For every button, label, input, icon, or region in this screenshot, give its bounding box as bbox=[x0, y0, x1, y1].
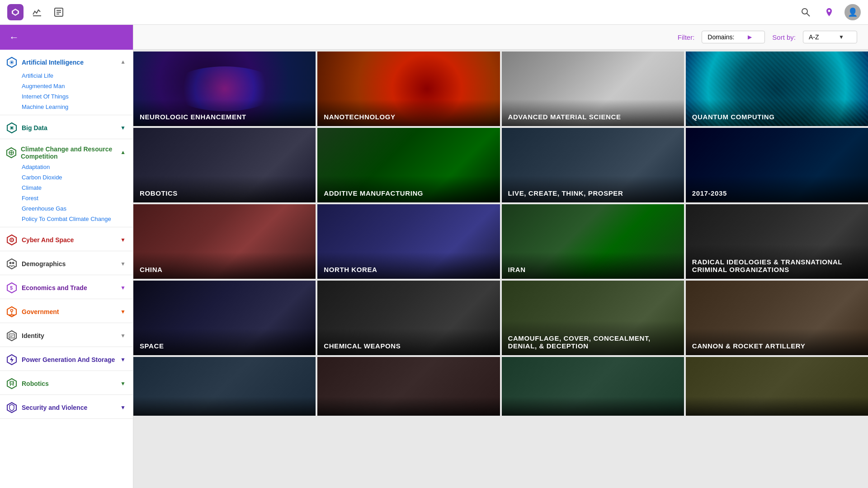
sub-item-co2[interactable]: Carbon Dioxide bbox=[22, 172, 133, 183]
nav-category-header-bigdata[interactable]: Big Data ▼ bbox=[0, 120, 133, 136]
tile-cannon-rocket[interactable]: CANNON & ROCKET ARTILLERY bbox=[686, 281, 868, 355]
topbar-left bbox=[7, 4, 67, 20]
grid-row-1: NEUROLOGIC ENHANCEMENT NANOTECHNOLOGY AD… bbox=[133, 52, 868, 126]
sub-item-adaptation[interactable]: Adaptation bbox=[22, 162, 133, 172]
ai-category-label: Artificial Intelligence bbox=[22, 59, 84, 66]
cyber-chevron: ▼ bbox=[120, 237, 126, 243]
nav-category-ai: Artificial Intelligence ▼ Artificial Lif… bbox=[0, 50, 133, 115]
tile-additive-manufacturing[interactable]: ADDITIVE MANUFACTURING bbox=[317, 128, 500, 202]
robotics-nav-label: Robotics bbox=[22, 380, 49, 387]
identity-label: Identity bbox=[22, 332, 44, 339]
sub-item-augmented-man[interactable]: Augmented Man bbox=[22, 81, 133, 91]
tile-robotics-label: ROBOTICS bbox=[133, 176, 316, 202]
svg-point-24 bbox=[9, 262, 12, 264]
tile-space-label: SPACE bbox=[133, 328, 316, 355]
sort-dropdown[interactable]: A-Z ▼ bbox=[803, 31, 857, 43]
filter-bar: Filter: Domains: ▶ Sort by: A-Z ▼ bbox=[133, 25, 868, 50]
tile-nanotechnology[interactable]: NANOTECHNOLOGY bbox=[317, 52, 500, 126]
nav-category-identity: Identity ▼ bbox=[0, 323, 133, 347]
search-icon[interactable] bbox=[797, 4, 814, 20]
user-avatar[interactable]: 👤 bbox=[844, 4, 861, 20]
nav-category-header-cyber[interactable]: Cyber And Space ▼ bbox=[0, 232, 133, 248]
news-icon[interactable] bbox=[51, 4, 67, 20]
nav-category-header-power[interactable]: Power Generation And Storage ▼ bbox=[0, 352, 133, 368]
government-icon bbox=[5, 305, 18, 318]
tile-north-korea[interactable]: NORTH KOREA bbox=[317, 204, 500, 279]
topbar: 👤 bbox=[0, 0, 868, 25]
tile-advanced-label: ADVANCED MATERIAL SCIENCE bbox=[502, 99, 684, 126]
tile-advanced-material[interactable]: ADVANCED MATERIAL SCIENCE bbox=[502, 52, 684, 126]
security-icon bbox=[5, 401, 18, 414]
tile-row5d[interactable] bbox=[686, 357, 868, 416]
tile-camouflage[interactable]: CAMOUFLAGE, COVER, CONCEALMENT, DENIAL, … bbox=[502, 281, 684, 355]
location-icon[interactable] bbox=[821, 4, 837, 20]
robotics-icon bbox=[5, 377, 18, 390]
sidebar: ← Artificial Intelligence ▼ bbox=[0, 25, 133, 488]
power-label: Power Generation And Storage bbox=[22, 356, 115, 363]
economics-label: Economics and Trade bbox=[22, 284, 87, 291]
grid-row-4: SPACE CHEMICAL WEAPONS CAMOUFLAGE, COVER… bbox=[133, 281, 868, 355]
demographics-chevron: ▼ bbox=[120, 261, 126, 267]
climate-sub-items: Adaptation Carbon Dioxide Climate Forest… bbox=[0, 162, 133, 224]
tile-row5a[interactable] bbox=[133, 357, 316, 416]
tile-quantum-computing[interactable]: QUANTUM COMPUTING bbox=[686, 52, 868, 126]
identity-icon bbox=[5, 329, 18, 342]
grid-row-3: CHINA NORTH KOREA IRAN RADICAL IDEOLOGIE… bbox=[133, 204, 868, 279]
tile-china[interactable]: CHINA bbox=[133, 204, 316, 279]
nav-category-header-ai[interactable]: Artificial Intelligence ▼ bbox=[0, 54, 133, 70]
tile-space[interactable]: SPACE bbox=[133, 281, 316, 355]
sub-item-climate[interactable]: Climate bbox=[22, 183, 133, 193]
analytics-icon[interactable] bbox=[29, 4, 45, 20]
nav-category-header-security[interactable]: Security and Violence ▼ bbox=[0, 399, 133, 416]
svg-point-9 bbox=[828, 10, 830, 12]
nav-category-header-economics[interactable]: $ Economics and Trade ▼ bbox=[0, 280, 133, 296]
nav-category-header-robotics[interactable]: Robotics ▼ bbox=[0, 375, 133, 392]
sub-item-forest[interactable]: Forest bbox=[22, 193, 133, 203]
nav-category-security: Security and Violence ▼ bbox=[0, 395, 133, 419]
domain-filter-arrow: ▶ bbox=[748, 34, 752, 40]
bigdata-icon bbox=[5, 122, 18, 134]
tile-neurologic-enhancement[interactable]: NEUROLOGIC ENHANCEMENT bbox=[133, 52, 316, 126]
sub-item-iot[interactable]: Internet Of Things bbox=[22, 91, 133, 102]
economics-icon: $ bbox=[5, 282, 18, 294]
robotics-chevron: ▼ bbox=[120, 380, 126, 387]
tile-radical-ideologies[interactable]: RADICAL IDEOLOGIES & TRANSNATIONAL CRIMI… bbox=[686, 204, 868, 279]
tile-iran[interactable]: IRAN bbox=[502, 204, 684, 279]
climate-icon bbox=[5, 146, 17, 159]
tile-2017-label: 2017-2035 bbox=[686, 176, 868, 202]
tile-chemical-weapons[interactable]: CHEMICAL WEAPONS bbox=[317, 281, 500, 355]
svg-point-41 bbox=[10, 382, 11, 383]
tile-row5d-label bbox=[686, 397, 868, 416]
tile-row5b-label bbox=[317, 397, 500, 416]
nav-category-header-government[interactable]: Government ▼ bbox=[0, 304, 133, 320]
svg-rect-15 bbox=[11, 127, 13, 129]
main-layout: ← Artificial Intelligence ▼ bbox=[0, 25, 868, 488]
sub-item-greenhouse[interactable]: Greenhouse Gas bbox=[22, 203, 133, 214]
svg-point-22 bbox=[11, 239, 13, 241]
bigdata-chevron: ▼ bbox=[120, 125, 126, 131]
demographics-icon bbox=[5, 258, 18, 270]
economics-chevron: ▼ bbox=[120, 285, 126, 291]
domain-filter-dropdown[interactable]: Domains: ▶ bbox=[702, 31, 765, 43]
sub-item-policy[interactable]: Policy To Combat Climate Change bbox=[22, 214, 133, 224]
nav-category-header-identity[interactable]: Identity ▼ bbox=[0, 328, 133, 344]
sidebar-header: ← bbox=[0, 25, 133, 50]
nav-category-climate: Climate Change and Resource Competition … bbox=[0, 139, 133, 227]
tile-row5b[interactable] bbox=[317, 357, 500, 416]
tile-radical-label: RADICAL IDEOLOGIES & TRANSNATIONAL CRIMI… bbox=[686, 244, 868, 279]
tile-2017-2035[interactable]: 2017-2035 bbox=[686, 128, 868, 202]
tile-live-create[interactable]: LIVE, CREATE, THINK, PROSPER bbox=[502, 128, 684, 202]
tile-robotics[interactable]: ROBOTICS bbox=[133, 128, 316, 202]
nav-category-demographics: Demographics ▼ bbox=[0, 251, 133, 275]
sub-item-machine-learning[interactable]: Machine Learning bbox=[22, 102, 133, 112]
security-chevron: ▼ bbox=[120, 404, 126, 411]
sub-item-artificial-life[interactable]: Artificial Life bbox=[22, 70, 133, 81]
climate-chevron: ▼ bbox=[120, 150, 126, 156]
government-label: Government bbox=[22, 308, 59, 315]
tile-row5c[interactable] bbox=[502, 357, 684, 416]
back-button[interactable]: ← bbox=[9, 32, 19, 43]
nav-category-header-climate[interactable]: Climate Change and Resource Competition … bbox=[0, 144, 133, 162]
nav-category-header-demographics[interactable]: Demographics ▼ bbox=[0, 256, 133, 272]
grid-row-5 bbox=[133, 357, 868, 416]
app-logo[interactable] bbox=[7, 4, 24, 20]
